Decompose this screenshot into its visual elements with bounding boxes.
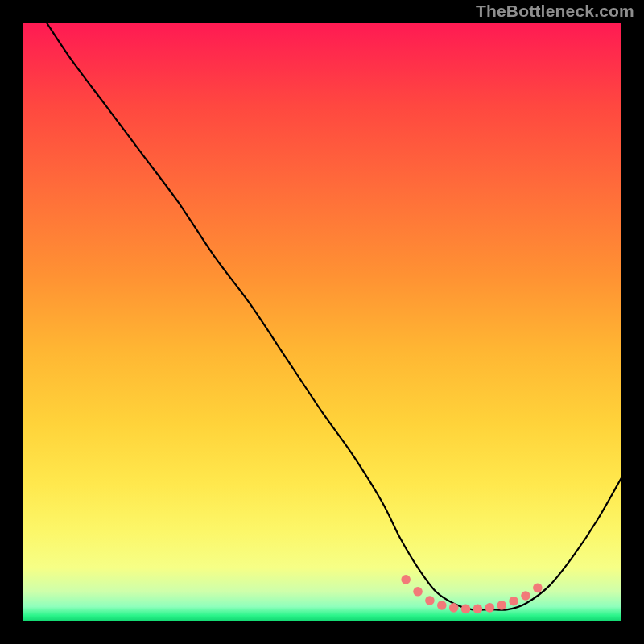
optimal-marker (533, 584, 543, 593)
optimal-zone-markers (401, 575, 542, 613)
optimal-marker (413, 587, 423, 597)
optimal-marker (449, 603, 459, 613)
bottleneck-curve-path (47, 23, 621, 610)
optimal-marker (521, 591, 530, 601)
optimal-marker (401, 575, 411, 584)
optimal-marker (485, 603, 495, 613)
chart-container: TheBottleneck.com (0, 0, 644, 644)
optimal-marker (437, 601, 447, 610)
chart-svg (23, 23, 621, 621)
optimal-marker (425, 596, 435, 605)
optimal-marker (509, 597, 518, 606)
optimal-marker (473, 605, 483, 614)
plot-area (23, 23, 621, 621)
optimal-marker (497, 601, 506, 610)
optimal-marker (461, 605, 471, 614)
watermark-text: TheBottleneck.com (476, 2, 634, 21)
